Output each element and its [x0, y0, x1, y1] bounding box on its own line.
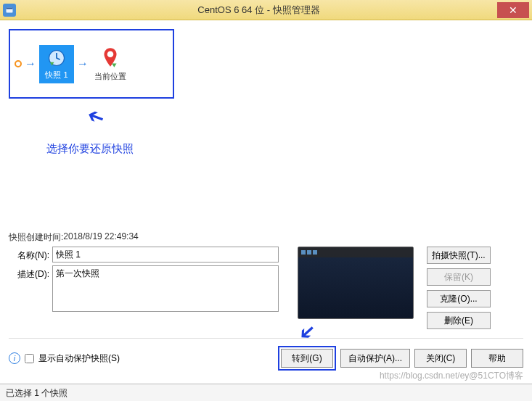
goto-button[interactable]: 转到(G) [281, 349, 333, 368]
desc-label: 描述(D): [9, 265, 49, 281]
start-node-icon[interactable] [15, 60, 22, 67]
close-button[interactable]: 关闭(C) [414, 349, 467, 368]
current-node-label: 当前位置 [94, 71, 126, 82]
arrow-icon: → [77, 57, 89, 70]
window-title: CentOS 6 64 位 - 快照管理器 [20, 4, 497, 17]
titlebar: CentOS 6 64 位 - 快照管理器 ✕ [0, 0, 532, 20]
status-bar: 已选择 1 个快照 [0, 384, 532, 401]
close-icon[interactable]: ✕ [497, 2, 529, 18]
watermark-text: https://blog.csdn.net/ey@51CTO博客 [380, 370, 523, 382]
name-input[interactable] [52, 247, 279, 262]
delete-button[interactable]: 删除(E) [427, 312, 491, 329]
created-time-row: 快照创建时间: 2018/8/19 22:49:34 [9, 231, 523, 244]
info-icon[interactable]: i [9, 352, 20, 364]
show-auto-checkbox[interactable] [25, 354, 34, 363]
show-auto-label: 显示自动保护快照(S) [38, 352, 120, 365]
name-label: 名称(N): [9, 247, 49, 262]
svg-marker-5 [112, 63, 116, 67]
clock-icon [46, 48, 67, 68]
svg-point-4 [107, 51, 114, 57]
created-value: 2018/8/19 22:49:34 [63, 231, 138, 244]
snapshot-node-label: 快照 1 [45, 70, 67, 80]
desc-textarea[interactable]: 第一次快照 [52, 265, 279, 312]
arrow-icon: → [25, 57, 36, 70]
main-panel: → 快照 1 → 当前位置 ➔ 选择你要还原快照 快照创建时间: 2018/8/… [0, 20, 532, 379]
clone-button[interactable]: 克隆(O)... [427, 290, 491, 307]
goto-highlight: 转到(G) [278, 346, 336, 371]
svg-rect-1 [7, 7, 13, 9]
take-snapshot-button[interactable]: 拍摄快照(T)... [427, 247, 491, 264]
annotation-text: 选择你要还原快照 [46, 142, 134, 156]
screenshot-thumbnail [298, 247, 414, 319]
help-button[interactable]: 帮助 [471, 349, 523, 368]
annotation-arrow-icon: ➔ [83, 103, 107, 131]
form-column: 名称(N): 描述(D): 第一次快照 [9, 247, 285, 315]
created-label: 快照创建时间: [9, 231, 63, 244]
snapshot-node-selected[interactable]: 快照 1 [39, 45, 74, 83]
current-position-node[interactable]: 当前位置 [91, 46, 129, 82]
status-text: 已选择 1 个快照 [6, 388, 67, 398]
pin-icon [101, 46, 120, 70]
app-icon [3, 4, 16, 17]
auto-protect-button[interactable]: 自动保护(A)... [340, 349, 410, 368]
keep-button: 保留(K) [427, 268, 491, 286]
details-panel: 快照创建时间: 2018/8/19 22:49:34 名称(N): 描述(D):… [9, 226, 523, 371]
snapshot-tree: → 快照 1 → 当前位置 [9, 29, 174, 99]
bottom-bar: i 显示自动保护快照(S) 转到(G) 自动保护(A)... 关闭(C) 帮助 [9, 338, 523, 371]
side-buttons-col: 拍摄快照(T)... 保留(K) 克隆(O)... 删除(E) [427, 247, 491, 329]
